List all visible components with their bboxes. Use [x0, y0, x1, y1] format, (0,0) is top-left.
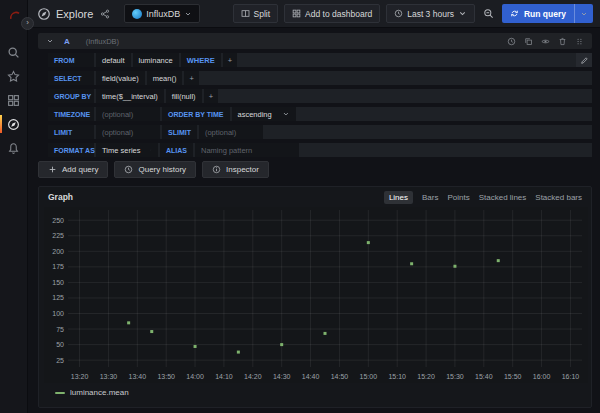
svg-text:250: 250 — [52, 217, 64, 224]
toolbar-left: Explore InfluxDB — [37, 4, 200, 23]
measurement-segment[interactable]: luminance — [133, 53, 179, 67]
split-icon — [241, 9, 250, 18]
svg-text:16:00: 16:00 — [533, 373, 551, 380]
tab-points[interactable]: Points — [447, 193, 469, 202]
svg-text:14:20: 14:20 — [244, 373, 262, 380]
tab-lines[interactable]: Lines — [384, 191, 413, 204]
sidebar-item-explore[interactable] — [0, 112, 27, 136]
graph-panel: Graph Lines Bars Points Stacked lines St… — [38, 186, 592, 408]
query-row-select: SELECT field(value) mean() + — [48, 71, 592, 85]
add-condition-button[interactable]: + — [223, 53, 237, 67]
bell-icon — [7, 142, 20, 155]
query-row-limit: LIMIT SLIMIT — [48, 125, 592, 139]
sidebar-expand-button[interactable]: › — [21, 17, 34, 30]
svg-text:75: 75 — [56, 326, 64, 333]
svg-text:13:50: 13:50 — [157, 373, 175, 380]
query-actions: Add query Query history Inspector — [38, 161, 592, 178]
inspector-button[interactable]: Inspector — [202, 161, 269, 178]
add-to-dashboard-button[interactable]: Add to dashboard — [284, 4, 380, 23]
svg-text:14:40: 14:40 — [302, 373, 320, 380]
svg-text:14:30: 14:30 — [273, 373, 291, 380]
time-interval-segment[interactable]: time($__interval) — [96, 89, 164, 103]
query-ref-id: A — [64, 37, 70, 46]
orderby-select[interactable]: ascending — [232, 107, 296, 121]
query-toolbar-icons — [507, 37, 584, 46]
query-history-button[interactable]: Query history — [114, 161, 196, 178]
run-query-button[interactable]: Run query — [502, 4, 574, 23]
sidebar-item-starred[interactable] — [0, 64, 27, 88]
chevron-down-icon — [150, 146, 152, 154]
fill-segment[interactable]: fill(null) — [166, 89, 202, 103]
svg-text:125: 125 — [52, 294, 64, 301]
svg-text:14:10: 14:10 — [215, 373, 233, 380]
add-select-part-button[interactable]: + — [184, 71, 198, 85]
inspector-label: Inspector — [226, 165, 259, 174]
limit-input-wrap — [96, 125, 160, 139]
datasource-picker[interactable]: InfluxDB — [124, 4, 200, 23]
query-row-header[interactable]: A (InfluxDB) — [38, 33, 592, 49]
run-query-button-group: Run query — [502, 4, 593, 23]
chevron-down-icon — [184, 10, 192, 18]
legend-series-swatch — [55, 392, 65, 394]
sidebar-item-dashboards[interactable] — [0, 88, 27, 112]
compass-icon — [7, 118, 20, 131]
info-icon — [212, 165, 221, 174]
copy-icon[interactable] — [524, 37, 533, 46]
limit-input[interactable] — [102, 128, 154, 137]
retention-policy-segment[interactable]: default — [96, 53, 131, 67]
drag-handle-icon[interactable] — [575, 37, 584, 46]
svg-text:25: 25 — [56, 357, 64, 364]
history-icon[interactable] — [507, 37, 516, 46]
trash-icon[interactable] — [558, 37, 567, 46]
svg-text:15:00: 15:00 — [360, 373, 378, 380]
query-row-timezone: TIMEZONE ORDER BY TIME ascending — [48, 107, 592, 121]
format-as-select[interactable]: Time series — [96, 143, 158, 157]
svg-text:175: 175 — [52, 263, 64, 270]
edit-raw-query-button[interactable] — [576, 53, 592, 67]
time-range-picker[interactable]: Last 3 hours — [386, 4, 475, 23]
svg-text:16:10: 16:10 — [562, 373, 580, 380]
zoom-out-icon — [483, 8, 494, 19]
sync-icon — [510, 9, 519, 18]
grafana-logo[interactable] — [5, 6, 23, 24]
datasource-name: InfluxDB — [146, 9, 180, 19]
svg-text:200: 200 — [52, 248, 64, 255]
sidebar-item-alerting[interactable] — [0, 136, 27, 160]
chevron-down-icon — [580, 10, 588, 18]
time-range-label: Last 3 hours — [407, 9, 454, 19]
slimit-input[interactable] — [205, 128, 257, 137]
plus-icon — [48, 165, 57, 174]
time-series-chart[interactable]: 25507510012515017520022525013:2013:3013:… — [44, 207, 588, 383]
alias-input-wrap — [195, 143, 299, 157]
query-editor: A (InfluxDB) FROM default luminance — [38, 33, 592, 157]
history-icon — [124, 165, 133, 174]
search-icon — [7, 46, 20, 59]
share-icon[interactable] — [100, 9, 110, 19]
tab-bars[interactable]: Bars — [422, 193, 438, 202]
run-query-dropdown[interactable] — [574, 4, 593, 23]
alias-label: ALIAS — [160, 143, 193, 157]
timezone-input[interactable] — [102, 110, 154, 119]
split-button[interactable]: Split — [233, 4, 279, 23]
tab-stacked-bars[interactable]: Stacked bars — [535, 193, 582, 202]
svg-text:100: 100 — [52, 310, 64, 317]
graph-panel-header: Graph Lines Bars Points Stacked lines St… — [39, 187, 591, 207]
add-query-button[interactable]: Add query — [38, 161, 108, 178]
mean-segment[interactable]: mean() — [147, 71, 183, 85]
apps-icon — [7, 94, 20, 107]
alias-input[interactable] — [201, 146, 293, 155]
legend-series-label[interactable]: luminance.mean — [70, 388, 129, 397]
add-groupby-part-button[interactable]: + — [204, 89, 218, 103]
timezone-input-wrap — [96, 107, 160, 121]
field-segment[interactable]: field(value) — [96, 71, 145, 85]
svg-text:15:30: 15:30 — [446, 373, 464, 380]
influxdb-logo-icon — [132, 9, 142, 19]
limit-label: LIMIT — [48, 125, 94, 139]
star-icon — [7, 70, 20, 83]
page-title: Explore — [56, 8, 93, 20]
eye-icon[interactable] — [541, 37, 550, 46]
tab-stacked-lines[interactable]: Stacked lines — [479, 193, 527, 202]
collapse-chevron-icon[interactable] — [46, 37, 54, 45]
zoom-out-button[interactable] — [481, 4, 496, 23]
sidebar-item-search[interactable] — [0, 40, 27, 64]
